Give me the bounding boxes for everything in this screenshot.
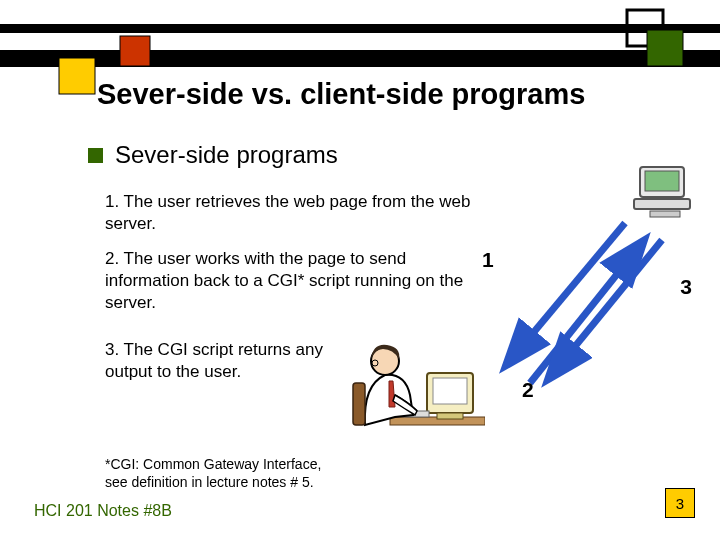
- list-item: 2. The user works with the page to send …: [105, 248, 465, 313]
- diagram-label-2: 2: [522, 378, 534, 402]
- svg-rect-15: [433, 378, 467, 404]
- subtitle-text: Sever-side programs: [115, 141, 338, 169]
- svg-rect-3: [647, 30, 683, 66]
- list-item: 1. The user retrieves the web page from …: [105, 191, 485, 235]
- user-at-computer-icon: [335, 325, 485, 440]
- svg-line-12: [550, 240, 662, 377]
- diagram-label-1: 1: [482, 248, 494, 272]
- svg-rect-4: [59, 58, 95, 94]
- arrow-group: [490, 215, 670, 395]
- client-server-diagram: 1 2 3: [480, 175, 710, 425]
- svg-rect-0: [0, 24, 720, 33]
- page-number-badge: 3: [665, 488, 695, 518]
- footer-course-label: HCI 201 Notes #8B: [34, 502, 172, 520]
- slide-title: Sever-side vs. client-side programs: [97, 78, 585, 111]
- bullet-square-icon: [88, 148, 103, 163]
- svg-point-19: [372, 360, 378, 366]
- subtitle-row: Sever-side programs: [88, 141, 338, 169]
- list-item: 3. The CGI script returns any output to …: [105, 339, 335, 383]
- server-computer-icon: [630, 165, 700, 220]
- svg-rect-8: [634, 199, 690, 209]
- svg-rect-20: [353, 383, 365, 425]
- diagram-label-3: 3: [680, 275, 692, 299]
- slide-header-decoration: [0, 0, 720, 90]
- svg-rect-1: [0, 50, 720, 67]
- page-number: 3: [676, 495, 684, 512]
- svg-rect-5: [120, 36, 150, 66]
- svg-rect-16: [437, 413, 463, 419]
- footnote-text: *CGI: Common Gateway Interface, see defi…: [105, 455, 345, 491]
- svg-rect-7: [645, 171, 679, 191]
